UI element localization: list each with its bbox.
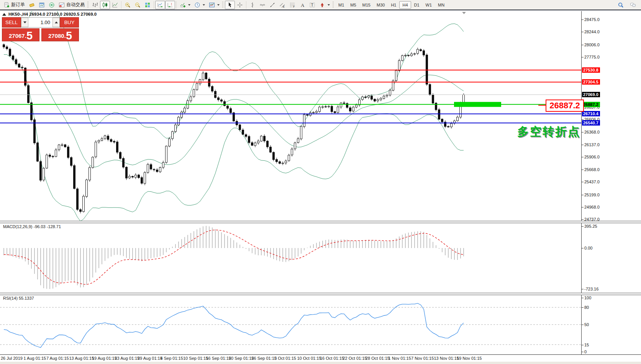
search-button[interactable] (616, 1, 626, 9)
vl-icon (249, 2, 256, 8)
candle-body (83, 196, 85, 212)
volume-input[interactable] (28, 18, 52, 27)
line-icon (112, 2, 118, 8)
signals-button[interactable] (47, 1, 57, 9)
timeframe-mn-button[interactable]: MN (435, 1, 448, 9)
sell-button[interactable]: SELL (2, 17, 21, 28)
candle-body (463, 95, 465, 103)
periods-button[interactable] (192, 1, 207, 9)
candlestick-chart-button[interactable] (100, 1, 110, 9)
zoom-in-button[interactable] (123, 1, 133, 9)
timeframe-h1-button[interactable]: H1 (388, 1, 399, 9)
candle-body (31, 103, 33, 120)
timeframe-m5-button[interactable]: M5 (347, 1, 359, 9)
text-label-button[interactable] (307, 1, 317, 9)
rsi-axis[interactable]: 1008050150 (581, 295, 641, 354)
macd-pane[interactable] (0, 223, 581, 293)
rsi-indicator-label: RSI(14) 55.1337 (3, 296, 34, 300)
text-button[interactable] (297, 1, 307, 9)
candle-body (365, 97, 367, 98)
time-label: 7 Nov 01:15 (411, 356, 434, 361)
candle-body (74, 166, 75, 189)
time-axis[interactable]: 26 Jul 20191 Aug 01:157 Aug 01:1513 Aug … (0, 354, 641, 362)
indicators-button[interactable] (178, 1, 192, 9)
timeframe-m1-button[interactable]: M1 (335, 1, 347, 9)
macd-indicator-label: MACD(12,26,9) -96.03 -128.71 (3, 224, 61, 229)
fibonacci-button[interactable] (287, 1, 297, 9)
vertical-line-button[interactable] (248, 1, 257, 9)
candle-body (15, 60, 17, 64)
candle-body (343, 103, 345, 104)
macd-axis[interactable]: 395.250.00-723.16 (581, 223, 641, 293)
ind-icon (180, 2, 186, 8)
charts-window-button[interactable] (37, 1, 47, 9)
timeframe-d1-button[interactable]: D1 (411, 1, 423, 9)
toolbar-separator (87, 2, 89, 8)
buy-button[interactable]: BUY (60, 17, 79, 28)
candle-body (303, 115, 305, 127)
candle-body (349, 108, 351, 111)
candle-body (270, 147, 272, 152)
candle-body (52, 156, 54, 157)
rsi-pane[interactable] (0, 295, 581, 354)
zoom-out-button[interactable] (133, 1, 143, 9)
macd-tick-label: 395.25 (584, 224, 597, 229)
sell-price[interactable]: 27067.5 (2, 28, 39, 41)
templates-button[interactable] (207, 1, 221, 9)
chart-shift-button[interactable] (165, 1, 175, 9)
chat-button[interactable] (628, 1, 638, 9)
candle-body (184, 108, 186, 112)
timeframe-m30-button[interactable]: M30 (374, 1, 388, 9)
price-axis[interactable]: 28475.028244.028006.027775.026837.026606… (581, 11, 641, 221)
tile-windows-button[interactable] (143, 1, 152, 9)
candle-body (300, 126, 302, 139)
main-chart[interactable] (0, 11, 581, 221)
price-tick-label: 26368.0 (584, 130, 600, 134)
new-order-button-label: 新订单 (11, 2, 25, 8)
candle-body (251, 143, 253, 145)
auto-scroll-button[interactable] (155, 1, 165, 9)
volume-increase-button[interactable] (52, 18, 60, 27)
candle-body (156, 170, 158, 172)
equidistant-channel-button[interactable] (277, 1, 287, 9)
crosshair-button[interactable] (235, 1, 245, 9)
buy-price-main: 27080. (48, 31, 66, 41)
autotrading-button[interactable]: 自动交易 (57, 0, 87, 9)
cursor-button[interactable] (225, 1, 235, 9)
candle-body (126, 167, 128, 178)
layouts-button[interactable] (27, 1, 37, 9)
candle-body (113, 141, 115, 142)
line-chart-button[interactable] (110, 1, 120, 9)
highlight-bar (454, 102, 501, 107)
arrows-button[interactable] (317, 1, 332, 9)
zoomout-icon (134, 2, 141, 8)
buy-price[interactable]: 27080.5 (41, 28, 79, 41)
timeframe-w1-button[interactable]: W1 (423, 1, 435, 9)
A-icon (299, 2, 305, 8)
candle-body (28, 85, 30, 103)
volume-decrease-button[interactable] (21, 18, 28, 27)
candle-body (101, 139, 103, 140)
time-label: 13 Aug 01:15 (69, 356, 94, 361)
tpl-icon (209, 2, 215, 8)
timeframe-m15-button[interactable]: M15 (359, 1, 374, 9)
candle-body (67, 147, 69, 158)
new-order-button[interactable]: 新订单 (2, 0, 27, 9)
timeframe-h4-button[interactable]: H4 (399, 1, 411, 9)
zoomin-icon (125, 2, 131, 8)
candle-body (395, 70, 397, 80)
horizontal-line-button[interactable] (257, 1, 267, 9)
bars-icon (92, 2, 98, 8)
bar-chart-button[interactable] (90, 1, 100, 9)
candle-body (257, 141, 259, 143)
fib-icon (289, 2, 295, 8)
volume-stepper (21, 17, 60, 28)
chart-shift-marker[interactable] (462, 12, 466, 14)
panel-collapse-icon[interactable] (2, 13, 6, 16)
candle-body (107, 136, 109, 139)
trendline-button[interactable] (267, 1, 277, 9)
price-badge: 27304.5 (582, 79, 600, 85)
candle-body (279, 162, 281, 163)
candle-body (316, 111, 318, 113)
candle-body (380, 98, 382, 100)
